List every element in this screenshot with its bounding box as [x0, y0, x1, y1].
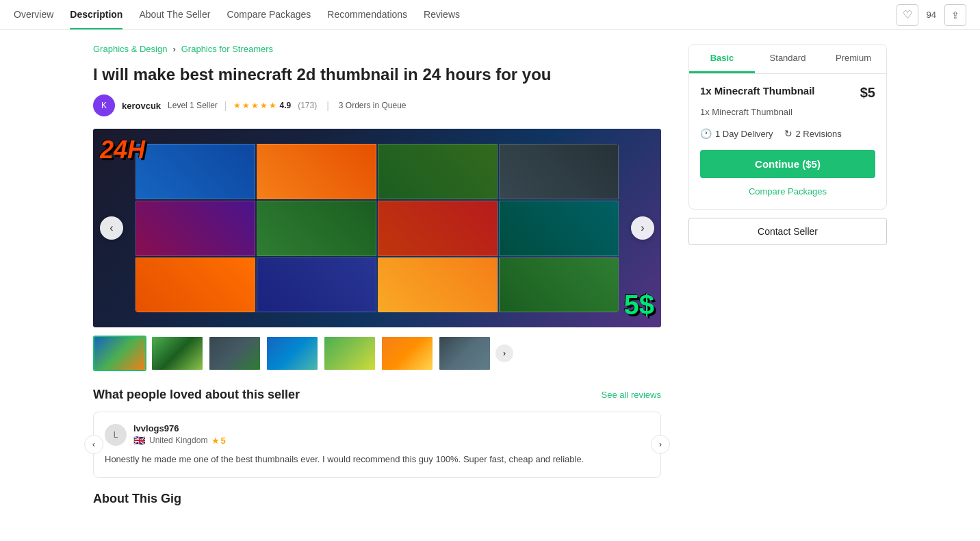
continue-button[interactable]: Continue ($5): [700, 150, 875, 178]
compare-packages-link[interactable]: Compare Packages: [700, 185, 875, 198]
main-layout: Graphics & Design › Graphics for Streame…: [79, 30, 901, 506]
review-text: Honestly he made me one of the best thum…: [105, 453, 649, 466]
reviews-count: (173): [298, 101, 317, 110]
queue-info: 3 Orders in Queue: [339, 101, 407, 110]
favorite-count: 94: [924, 10, 939, 20]
package-name: 1x Minecraft Thumbnail: [700, 85, 815, 97]
review-arrow-left-icon: ‹: [92, 440, 95, 449]
review-prev-button[interactable]: ‹: [84, 435, 103, 454]
reviewer-meta: 🇬🇧 United Kingdom ★ 5: [133, 435, 226, 446]
thumb-5[interactable]: [323, 336, 376, 371]
reviewer-avatar: L: [105, 424, 127, 446]
reviewer-name: lvvlogs976: [133, 423, 226, 433]
grid-cell-9: [136, 257, 255, 313]
main-image: 24H 5$: [93, 129, 661, 327]
avatar[interactable]: K: [93, 95, 115, 116]
thumb-7-bg: [439, 337, 490, 370]
thumb-5-bg: [324, 337, 375, 370]
reviews-section-title: What people loved about this seller: [93, 388, 300, 402]
star-4: ★: [260, 101, 268, 110]
thumb-6-bg: [382, 337, 433, 370]
package-body: 1x Minecraft Thumbnail $5 1x Minecraft T…: [689, 74, 886, 209]
country-flag: 🇬🇧: [133, 435, 145, 446]
thumb-1-bg: [94, 337, 145, 370]
package-header-row: 1x Minecraft Thumbnail $5: [700, 85, 875, 101]
left-column: Graphics & Design › Graphics for Streame…: [93, 44, 661, 506]
package-price: $5: [860, 85, 875, 101]
seller-name[interactable]: kerovcuk: [122, 101, 161, 111]
breadcrumb-parent[interactable]: Graphics & Design: [93, 44, 167, 54]
review-stars: ★ 5: [211, 436, 225, 446]
thumb-2-bg: [152, 337, 203, 370]
gallery-prev-button[interactable]: ‹: [100, 216, 123, 240]
tab-basic[interactable]: Basic: [689, 45, 755, 73]
thumb-3[interactable]: [208, 336, 261, 371]
heart-icon: ♡: [903, 8, 912, 21]
share-icon: ⇪: [951, 10, 959, 21]
contact-seller-button[interactable]: Contact Seller: [688, 218, 887, 245]
reviewer-row: L lvvlogs976 🇬🇧 United Kingdom ★ 5: [105, 423, 649, 446]
gallery-wrap: 24H 5$: [93, 129, 661, 327]
thumb-3-bg: [209, 337, 260, 370]
breadcrumb: Graphics & Design › Graphics for Streame…: [93, 44, 661, 54]
about-section: About This Gig: [93, 492, 661, 506]
nav-item-description[interactable]: Description: [70, 1, 122, 29]
grid-cell-6: [257, 201, 376, 256]
package-card: Basic Standard Premium 1x Minecraft Thum…: [688, 44, 887, 210]
nav-item-recommendations[interactable]: Recommendations: [327, 1, 407, 29]
review-arrow-right-icon: ›: [659, 440, 662, 449]
share-button[interactable]: ⇪: [944, 4, 966, 26]
breadcrumb-separator: ›: [172, 44, 175, 54]
thumb-6[interactable]: [381, 336, 434, 371]
nav-actions: ♡ 94 ⇪: [897, 4, 966, 26]
refresh-icon: ↻: [784, 128, 792, 139]
pipe: |: [326, 100, 329, 111]
star-rating: ★ ★ ★ ★ ★ 4.9: [233, 101, 291, 110]
grid-cell-7: [378, 201, 498, 256]
thumb-1[interactable]: [93, 336, 146, 371]
nav-item-about-seller[interactable]: About The Seller: [139, 1, 210, 29]
country-name: United Kingdom: [149, 436, 207, 445]
arrow-right-icon: ›: [641, 222, 644, 234]
breadcrumb-child[interactable]: Graphics for Streamers: [181, 44, 273, 54]
reviewer-info: lvvlogs976 🇬🇧 United Kingdom ★ 5: [133, 423, 226, 446]
gallery-next-button[interactable]: ›: [631, 216, 654, 240]
grid-cell-8: [499, 201, 619, 256]
thumb-2[interactable]: [151, 336, 204, 371]
tab-premium[interactable]: Premium: [821, 45, 886, 73]
revisions-info: ↻ 2 Revisions: [784, 128, 842, 139]
package-meta: 🕐 1 Day Delivery ↻ 2 Revisions: [700, 128, 875, 139]
thumbnail-strip: ›: [93, 336, 661, 371]
nav-item-reviews[interactable]: Reviews: [424, 1, 460, 29]
strip-next-button[interactable]: ›: [495, 344, 513, 362]
star-1: ★: [233, 101, 241, 110]
nav-item-overview[interactable]: Overview: [14, 1, 53, 29]
nav-items: Overview Description About The Seller Co…: [14, 1, 897, 29]
thumb-7[interactable]: [438, 336, 491, 371]
favorite-button[interactable]: ♡: [897, 4, 918, 26]
see-all-reviews-link[interactable]: See all reviews: [602, 390, 661, 400]
reviewer-avatar-initial: L: [114, 430, 118, 440]
rating-value: 4.9: [279, 101, 291, 110]
star-2: ★: [242, 101, 250, 110]
thumb-4[interactable]: [266, 336, 319, 371]
star-5: ★: [269, 101, 276, 110]
grid-cell-3: [378, 144, 498, 199]
divider: |: [224, 100, 227, 111]
grid-cell-10: [257, 257, 376, 313]
seller-level: Level 1 Seller: [168, 101, 218, 110]
gig-title: I will make best minecraft 2d thumbnail …: [93, 64, 661, 85]
strip-arrow-icon: ›: [503, 349, 506, 358]
grid-cell-2: [257, 144, 376, 199]
nav-item-compare-packages[interactable]: Compare Packages: [227, 1, 311, 29]
review-score: 5: [220, 436, 225, 446]
tab-standard[interactable]: Standard: [755, 45, 821, 73]
about-title: About This Gig: [93, 492, 661, 506]
review-next-button[interactable]: ›: [651, 435, 670, 454]
revisions-text: 2 Revisions: [796, 129, 842, 139]
seller-row: K kerovcuk Level 1 Seller | ★ ★ ★ ★ ★ 4.…: [93, 95, 661, 116]
package-description: 1x Minecraft Thumbnail: [700, 106, 875, 118]
grid-cell-5: [136, 201, 255, 256]
top-navigation: Overview Description About The Seller Co…: [0, 0, 980, 30]
rev-star-1: ★: [211, 436, 220, 446]
